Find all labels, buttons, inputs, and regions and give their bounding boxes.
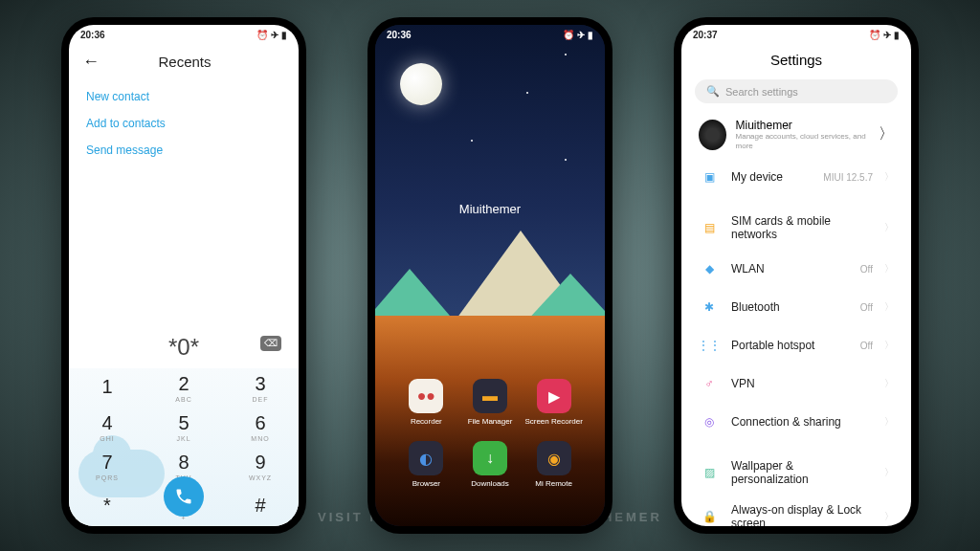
settings-row-bluetooth[interactable]: ✱BluetoothOff〉 <box>695 288 898 326</box>
settings-label: Portable hotspot <box>731 339 849 352</box>
settings-label: Always-on display & Lock screen <box>731 503 873 526</box>
settings-icon: 🔒 <box>699 506 720 526</box>
account-row[interactable]: Miuithemer Manage accounts, cloud servic… <box>695 111 898 158</box>
settings-label: Wallpaper & personalization <box>731 459 873 486</box>
settings-list: Miuithemer Manage accounts, cloud servic… <box>681 111 911 526</box>
key-num: 1 <box>101 376 112 398</box>
chevron-right-icon: 〉 <box>884 466 894 479</box>
search-placeholder: Search settings <box>725 86 798 98</box>
app-browser[interactable]: ◐Browser <box>394 441 458 488</box>
new-contact-link[interactable]: New contact <box>86 83 281 110</box>
app-mi-remote[interactable]: ◉Mi Remote <box>522 441 586 488</box>
call-button[interactable] <box>164 476 204 517</box>
send-message-link[interactable]: Send message <box>86 137 281 164</box>
keypad-key-5[interactable]: 5JKL <box>145 408 222 447</box>
alarm-icon: ⏰ <box>563 30 574 40</box>
app-downloads[interactable]: ↓Downloads <box>458 441 523 488</box>
settings-title: Settings <box>681 44 911 76</box>
settings-value: MIUI 12.5.7 <box>823 172 873 183</box>
app-screen-recorder[interactable]: ▶Screen Recorder <box>522 379 586 426</box>
app-file-manager[interactable]: ▬File Manager <box>458 379 523 426</box>
statusbar-icons: ⏰ ✈ ▮ <box>563 30 593 40</box>
key-num: 7 <box>101 452 112 474</box>
app-recorder[interactable]: ●●Recorder <box>394 379 458 426</box>
key-num: # <box>255 495 265 517</box>
statusbar-time: 20:37 <box>693 30 718 40</box>
keypad-key-*[interactable]: * <box>69 487 145 526</box>
keypad-key-2[interactable]: 2ABC <box>145 368 222 408</box>
airplane-icon: ✈ <box>577 30 585 40</box>
settings-icon: ▣ <box>699 166 720 187</box>
app-label: Downloads <box>471 479 509 488</box>
dialer-actions: New contact Add to contacts Send message <box>69 79 299 167</box>
settings-label: Connection & sharing <box>731 415 873 429</box>
statusbar-icons: ⏰ ✈ ▮ <box>256 30 287 40</box>
star <box>565 54 567 55</box>
keypad-key-6[interactable]: 6MNO <box>222 408 299 447</box>
search-icon: 🔍 <box>706 85 720 98</box>
key-sub: ABC <box>175 396 191 403</box>
settings-icon: ♂ <box>699 373 720 394</box>
app-label: Browser <box>412 479 440 488</box>
settings-row-connection-sharing[interactable]: ◎Connection & sharing〉 <box>695 403 898 441</box>
home-screen: 20:36 ⏰ ✈ ▮ Miuithemer ●●Recorder▬File M… <box>375 25 605 526</box>
key-num: 5 <box>178 412 189 434</box>
airplane-icon: ✈ <box>883 30 891 40</box>
keypad-key-7[interactable]: 7PQRS <box>69 447 145 486</box>
settings-row-sim-cards-mobile-networks[interactable]: ▤SIM cards & mobile networks〉 <box>695 206 898 250</box>
statusbar: 20:36 ⏰ ✈ ▮ <box>375 25 605 44</box>
app-icon-graphic: ●● <box>409 379 443 413</box>
keypad-key-4[interactable]: 4GHI <box>69 408 145 447</box>
key-num: 4 <box>101 412 112 434</box>
chevron-right-icon: 〉 <box>884 339 894 352</box>
app-icon-graphic: ↓ <box>473 441 507 475</box>
chevron-right-icon: 〉 <box>884 262 894 276</box>
settings-label: My device <box>731 170 812 184</box>
settings-icon: ◎ <box>699 411 720 432</box>
app-icon-graphic: ▬ <box>473 379 507 413</box>
keypad-key-1[interactable]: 1 <box>69 368 145 408</box>
keypad: 12ABC3DEF4GHI5JKL6MNO7PQRS8TUV9WXYZ*0+# <box>69 368 299 527</box>
phone-icon <box>174 487 193 506</box>
settings-row-always-on-display-lock-screen[interactable]: 🔒Always-on display & Lock screen〉 <box>695 495 898 526</box>
chevron-right-icon: 〉 <box>884 510 894 523</box>
statusbar-time: 20:36 <box>80 30 105 40</box>
key-num: 6 <box>255 412 265 434</box>
phone-frame-settings: 20:37 ⏰ ✈ ▮ Settings 🔍 Search settings M… <box>674 17 919 534</box>
keypad-key-9[interactable]: 9WXYZ <box>222 447 299 486</box>
settings-row-wallpaper-personalization[interactable]: ▨Wallpaper & personalization〉 <box>695 451 898 495</box>
delete-icon[interactable]: ⌫ <box>260 336 281 351</box>
keypad-key-#[interactable]: # <box>222 487 299 526</box>
app-label: File Manager <box>468 417 513 426</box>
settings-icon: ▤ <box>699 217 720 238</box>
back-icon[interactable]: ← <box>82 52 100 72</box>
battery-icon: ▮ <box>588 30 593 40</box>
settings-row-wlan[interactable]: ◆WLANOff〉 <box>695 250 898 288</box>
key-num: 8 <box>178 452 189 474</box>
key-num: 2 <box>178 373 189 395</box>
settings-label: WLAN <box>731 262 849 276</box>
phone-frame-dialer: 20:36 ⏰ ✈ ▮ ← Recents New contact Add to… <box>61 17 306 534</box>
settings-icon: ⋮⋮ <box>699 335 720 356</box>
star <box>526 92 528 94</box>
keypad-key-3[interactable]: 3DEF <box>222 368 299 408</box>
settings-label: VPN <box>731 377 873 390</box>
statusbar-time: 20:36 <box>387 30 412 40</box>
battery-icon: ▮ <box>894 30 900 40</box>
key-sub: JKL <box>176 435 190 442</box>
settings-label: SIM cards & mobile networks <box>731 214 873 241</box>
key-num: 3 <box>255 373 265 395</box>
key-num: 9 <box>255 452 265 474</box>
settings-value: Off <box>860 264 873 275</box>
search-input[interactable]: 🔍 Search settings <box>695 79 898 103</box>
settings-row-my-device[interactable]: ▣My deviceMIUI 12.5.7〉 <box>695 158 898 196</box>
settings-row-portable-hotspot[interactable]: ⋮⋮Portable hotspotOff〉 <box>695 326 898 364</box>
key-sub: GHI <box>100 435 114 442</box>
add-to-contacts-link[interactable]: Add to contacts <box>86 110 281 137</box>
settings-row-vpn[interactable]: ♂VPN〉 <box>695 364 898 403</box>
wallpaper-text: Miuithemer <box>375 202 605 216</box>
settings-value: Off <box>860 302 873 313</box>
statusbar: 20:37 ⏰ ✈ ▮ <box>681 25 911 44</box>
statusbar: 20:36 ⏰ ✈ ▮ <box>69 25 299 44</box>
settings-icon: ▨ <box>699 462 720 483</box>
